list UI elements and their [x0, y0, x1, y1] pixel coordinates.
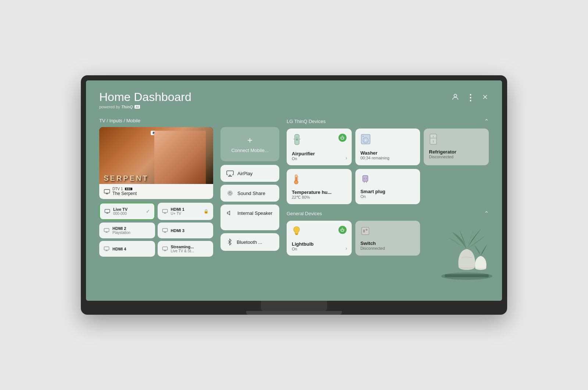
dtv-row: DTV 1 BBC — [112, 187, 137, 191]
smartplug-icon — [361, 174, 370, 186]
tv-screen: Home Dashboard powered by ThinQ AI ⋮ — [86, 80, 502, 301]
general-section: General Devices ⌃ — [287, 210, 489, 256]
connect-mobile-card[interactable]: + Connect Mobile... — [220, 127, 279, 161]
switch-name: Switch — [361, 241, 415, 246]
main-grid: TV / Inputs / Mobile BBC THE — [99, 118, 489, 261]
refrigerator-card[interactable]: Refrigerator Disconnected — [424, 129, 489, 165]
header: Home Dashboard powered by ThinQ AI ⋮ — [99, 91, 489, 109]
switch-top — [361, 226, 415, 238]
svg-point-0 — [454, 94, 456, 97]
bluetooth-icon — [226, 238, 233, 246]
header-subtitle: powered by ThinQ AI — [99, 105, 191, 109]
show-name-text: The Serpent — [112, 191, 137, 196]
switch-status: Disconnected — [361, 246, 415, 250]
temperature-top — [292, 174, 347, 187]
washer-svg — [361, 134, 371, 145]
general-section-header: General Devices ⌃ — [287, 210, 489, 217]
washer-status: 00:34 remaining — [361, 156, 415, 160]
close-icon[interactable] — [481, 93, 489, 102]
temperature-svg — [292, 174, 301, 185]
airpurifier-top: ⏻ — [292, 134, 347, 148]
washer-name: Washer — [361, 150, 415, 156]
smartplug-card[interactable]: Smart plug On — [355, 169, 420, 204]
input-hdmi2[interactable]: HDMI 2 Playstation — [99, 223, 155, 238]
header-title-group: Home Dashboard powered by ThinQ AI — [99, 91, 191, 109]
input-hdmi1[interactable]: HDMI 1 U+ TV 🔒 — [158, 203, 214, 220]
connect-mobile-label: Connect Mobile... — [231, 148, 268, 153]
temperature-status: 22℃ 80% — [292, 195, 347, 200]
airpurifier-card[interactable]: ⏻ Airpurifier On › — [287, 129, 352, 165]
airpurifier-power-btn[interactable]: ⏻ — [338, 134, 347, 142]
person-bg — [154, 131, 206, 184]
tv-inputs-section: TV / Inputs / Mobile BBC THE — [99, 118, 213, 257]
input-live-tv[interactable]: Live TV 000-000 ✓ — [99, 203, 155, 220]
lightbulb-power-btn[interactable]: ⏻ — [338, 226, 347, 234]
page-title: Home Dashboard — [99, 91, 191, 104]
tv-section-label: TV / Inputs / Mobile — [99, 118, 213, 123]
airplay-icon — [226, 170, 234, 177]
bluetooth-card[interactable]: Bluetooth ... — [220, 233, 279, 251]
powered-by-text: powered by — [99, 105, 120, 109]
plant-placeholder — [424, 221, 489, 256]
airplay-card[interactable]: AirPlay — [220, 165, 279, 182]
svg-rect-40 — [362, 227, 369, 235]
soundshare-card[interactable]: Sound Share — [220, 185, 279, 202]
washer-card[interactable]: Washer 00:34 remaining — [355, 129, 420, 165]
svg-marker-10 — [229, 175, 232, 176]
airplay-label: AirPlay — [237, 171, 252, 176]
thinq-section-header: LG ThinQ Devices ⌃ — [287, 118, 489, 125]
bbc-small-badge: BBC — [125, 188, 132, 190]
brand-thinq: ThinQ — [121, 105, 133, 109]
airpurifier-name: Airpurifier — [292, 151, 347, 156]
svg-point-11 — [229, 192, 231, 194]
tv-preview-card[interactable]: BBC THE SERPENT — [99, 127, 213, 199]
thinq-devices-grid: ⏻ Airpurifier On › — [287, 129, 489, 204]
svg-point-20 — [363, 138, 368, 143]
hdmi4-text: HDMI 4 — [112, 247, 126, 251]
hdmi2-icon — [104, 228, 110, 233]
svg-point-46 — [475, 266, 486, 270]
input-hdmi3[interactable]: HDMI 3 — [158, 223, 214, 238]
hdmi3-text: HDMI 3 — [171, 228, 184, 233]
temperature-card[interactable]: Temperature hu... 22℃ 80% — [287, 169, 352, 204]
tv-frame: Home Dashboard powered by ThinQ AI ⋮ — [81, 75, 507, 315]
input-streaming[interactable]: Streaming... Live TV & St... — [158, 241, 214, 257]
lightbulb-icon — [292, 226, 301, 238]
temperature-name: Temperature hu... — [292, 189, 347, 195]
more-options-icon[interactable]: ⋮ — [466, 93, 475, 102]
internal-speaker-card[interactable]: Internal Speaker — [220, 205, 279, 230]
tv-stand-base — [246, 311, 342, 315]
lightbulb-arrow: › — [345, 245, 347, 251]
switch-icon — [361, 226, 370, 238]
smartplug-name: Smart plug — [361, 189, 415, 194]
profile-icon[interactable] — [451, 93, 459, 102]
tv-preview-info: DTV 1 BBC The Serpent — [99, 184, 213, 199]
refrigerator-status: Disconnected — [429, 155, 484, 159]
airpurifier-arrow: › — [345, 155, 347, 161]
svg-rect-3 — [104, 189, 110, 193]
svg-rect-5 — [162, 209, 167, 213]
dashboard: Home Dashboard powered by ThinQ AI ⋮ — [86, 80, 502, 301]
speaker-row: Internal Speaker — [226, 210, 273, 216]
input-hdmi4[interactable]: HDMI 4 — [99, 241, 155, 257]
smartplug-status: On — [361, 194, 415, 199]
speaker-icon — [226, 210, 234, 216]
input-grid: Live TV 000-000 ✓ HDM — [99, 203, 213, 257]
lightbulb-name: Lightbulb — [292, 241, 347, 247]
tv-icon — [104, 189, 110, 194]
switch-svg — [361, 226, 370, 236]
devices-section: LG ThinQ Devices ⌃ — [287, 118, 489, 261]
svg-point-22 — [362, 136, 363, 137]
general-devices-grid: ⏻ Lightbulb On › — [287, 221, 489, 256]
lightbulb-status: On — [292, 247, 347, 251]
switch-card[interactable]: Switch Disconnected — [355, 221, 420, 256]
streaming-icon — [162, 246, 168, 251]
hdmi4-icon — [104, 246, 110, 251]
tv-input-icon — [104, 209, 110, 214]
general-collapse-btn[interactable]: ⌃ — [484, 210, 489, 217]
lightbulb-card[interactable]: ⏻ Lightbulb On › — [287, 221, 352, 256]
thinq-collapse-btn[interactable]: ⌃ — [484, 118, 489, 125]
lightbulb-svg — [292, 226, 301, 237]
svg-rect-4 — [105, 209, 110, 213]
svg-rect-33 — [363, 176, 368, 181]
